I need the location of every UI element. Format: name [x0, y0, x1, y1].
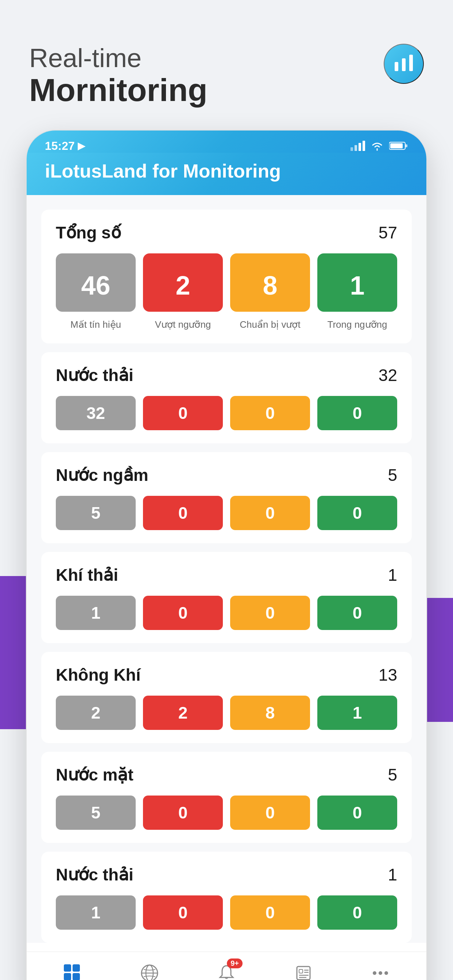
nav-tong-quan[interactable]: Tổng quan [34, 962, 111, 980]
svg-point-15 [146, 965, 153, 980]
pill-green[interactable]: 0 [317, 396, 397, 430]
clock-time: 15:27 [45, 139, 75, 153]
chuan-bi-vuot-card[interactable]: 8 [230, 253, 310, 312]
wifi-icon [370, 141, 384, 151]
pill-green[interactable]: 1 [317, 695, 397, 730]
svg-point-14 [142, 965, 158, 980]
svg-rect-18 [299, 969, 303, 973]
svg-rect-12 [64, 973, 71, 980]
pill-green[interactable]: 0 [317, 896, 397, 930]
svg-rect-3 [351, 147, 353, 151]
svg-rect-4 [354, 145, 357, 151]
more-icon [370, 962, 391, 980]
pill-red[interactable]: 0 [143, 596, 223, 630]
pill-yellow[interactable]: 0 [230, 896, 310, 930]
pill-yellow[interactable]: 0 [230, 795, 310, 830]
phone-mockup: 15:27 ▶ [26, 130, 427, 980]
mat-tin-hieu-card[interactable]: 46 [56, 253, 136, 312]
pill-red[interactable]: 0 [143, 795, 223, 830]
header-title: Mornitoring [29, 73, 424, 108]
section-nuoc-thai-1: Nước thải 32 32 0 0 0 [41, 352, 412, 443]
nav-bang-tin[interactable]: Bảng tin [265, 962, 342, 980]
pill-gray[interactable]: 2 [56, 695, 136, 730]
pill-gray[interactable]: 5 [56, 795, 136, 830]
pill-green[interactable]: 0 [317, 496, 397, 530]
monitor-icon-button[interactable] [384, 44, 424, 84]
section-khi-thai: Khí thải 1 1 0 0 0 [41, 552, 412, 643]
svg-rect-2 [409, 55, 413, 71]
pill-gray[interactable]: 1 [56, 896, 136, 930]
pill-gray[interactable]: 1 [56, 596, 136, 630]
svg-rect-1 [402, 58, 405, 71]
tong-so-title: Tổng số [56, 223, 121, 242]
battery-icon [389, 141, 408, 151]
pill-yellow[interactable]: 0 [230, 396, 310, 430]
tong-so-count: 57 [379, 223, 397, 242]
bottom-nav: Tổng quan Bản đồ [27, 951, 426, 980]
thong-bao-badge: 9+ [227, 958, 242, 968]
trong-nguong-number: 1 [350, 272, 364, 299]
grid-icon [62, 962, 83, 980]
content-area: Tổng số 57 46 2 8 1 [27, 195, 426, 943]
svg-rect-5 [359, 143, 361, 151]
svg-point-25 [384, 971, 388, 975]
pill-yellow[interactable]: 8 [230, 695, 310, 730]
pill-gray[interactable]: 5 [56, 496, 136, 530]
newspaper-icon [292, 962, 314, 980]
tong-so-section: Tổng số 57 46 2 8 1 [41, 210, 412, 344]
app-title: iLotusLand for Monitoring [45, 160, 408, 182]
pill-yellow[interactable]: 0 [230, 496, 310, 530]
vuot-nguong-card[interactable]: 2 [143, 253, 223, 312]
svg-rect-6 [362, 141, 365, 151]
label-trong-nguong: Trong ngưỡng [317, 319, 397, 330]
section-nuoc-mat: Nước mặt 5 5 0 0 0 [41, 752, 412, 843]
bar-chart-icon [393, 53, 415, 75]
label-chuan-bi-vuot: Chuẩn bị vượt [230, 319, 310, 330]
location-arrow-icon: ▶ [78, 140, 85, 152]
pill-red[interactable]: 0 [143, 396, 223, 430]
nav-thong-bao[interactable]: 9+ Thông báo [188, 962, 265, 980]
app-header: iLotusLand for Monitoring [27, 153, 426, 195]
svg-rect-13 [73, 973, 80, 980]
pill-red[interactable]: 2 [143, 695, 223, 730]
section-khong-khi: Không Khí 13 2 2 8 1 [41, 652, 412, 743]
phone-container: 15:27 ▶ [26, 130, 427, 980]
pill-red[interactable]: 0 [143, 896, 223, 930]
bell-icon: 9+ [215, 962, 238, 980]
pill-gray[interactable]: 32 [56, 396, 136, 430]
svg-rect-11 [73, 964, 80, 972]
signal-icon [351, 141, 365, 151]
nav-ban-do[interactable]: Bản đồ [111, 962, 188, 980]
map-icon [139, 962, 161, 980]
tong-so-grid: 46 2 8 1 [56, 253, 397, 312]
status-icons [351, 141, 408, 151]
label-mat-tin-hieu: Mất tín hiệu [56, 319, 136, 330]
svg-rect-9 [390, 143, 403, 148]
section-nuoc-thai-2: Nước thải 1 1 0 0 0 [41, 852, 412, 943]
svg-rect-10 [64, 964, 71, 972]
header-subtitle: Real-time [29, 44, 424, 73]
status-bar: 15:27 ▶ [27, 130, 426, 153]
pill-red[interactable]: 0 [143, 496, 223, 530]
trong-nguong-card[interactable]: 1 [317, 253, 397, 312]
tong-so-header: Tổng số 57 [56, 223, 397, 242]
chuan-bi-vuot-number: 8 [263, 272, 277, 299]
svg-rect-0 [395, 62, 398, 71]
pill-green[interactable]: 0 [317, 795, 397, 830]
pill-green[interactable]: 0 [317, 596, 397, 630]
pill-yellow[interactable]: 0 [230, 596, 310, 630]
vuot-nguong-number: 2 [175, 272, 190, 299]
section-nuoc-ngam: Nước ngầm 5 5 0 0 0 [41, 452, 412, 543]
nav-mo-rong[interactable]: Mở rộng [342, 962, 419, 980]
mat-tin-hieu-number: 46 [81, 272, 110, 299]
label-vuot-nguong: Vượt ngưỡng [143, 319, 223, 330]
header-section: Real-time Mornitoring [0, 0, 453, 130]
svg-rect-8 [405, 145, 407, 147]
status-time: 15:27 ▶ [45, 139, 85, 153]
svg-point-23 [373, 971, 376, 975]
svg-point-24 [379, 971, 382, 975]
